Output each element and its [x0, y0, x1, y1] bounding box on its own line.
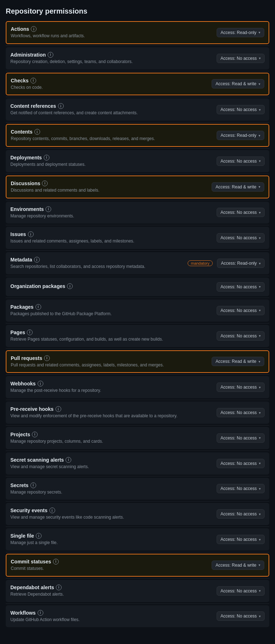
permission-name-label-pre-receive-hooks: Pre-receive hooks [10, 406, 54, 412]
divider-20 [6, 552, 269, 552]
permission-name-security-events: Security eventsi [10, 508, 211, 513]
permission-row-secret-scanning-alerts: Secret scanning alertsiView and manage s… [6, 452, 269, 475]
access-dropdown-content-references[interactable]: Access: No access▾ [217, 105, 265, 114]
info-icon-checks[interactable]: i [30, 78, 36, 83]
right-controls-security-events: Access: No access▾ [217, 509, 265, 519]
permission-desc-actions: Workflows, workflow runs and artifacts. [11, 33, 211, 39]
dropdown-arrow-single-file: ▾ [259, 538, 261, 542]
permission-desc-content-references: Get notified of content references, and … [10, 110, 211, 116]
info-icon-pre-receive-hooks[interactable]: i [56, 406, 61, 412]
info-icon-environments[interactable]: i [45, 206, 51, 212]
info-icon-discussions[interactable]: i [42, 181, 48, 186]
dropdown-arrow-secrets: ▾ [259, 487, 261, 491]
access-dropdown-pull-requests[interactable]: Access: Read & write▾ [212, 357, 264, 366]
permission-left-actions: ActionsiWorkflows, workflow runs and art… [11, 26, 217, 39]
divider-6 [6, 200, 269, 200]
divider-12 [6, 349, 269, 349]
info-icon-issues[interactable]: i [28, 231, 34, 237]
access-dropdown-secrets[interactable]: Access: No access▾ [217, 484, 265, 493]
access-dropdown-security-events[interactable]: Access: No access▾ [217, 509, 265, 519]
access-label-deployments: Access: No access [221, 159, 257, 164]
info-icon-contents[interactable]: i [34, 129, 40, 135]
access-dropdown-checks[interactable]: Access: Read & write▾ [212, 79, 264, 88]
info-icon-pages[interactable]: i [27, 330, 33, 335]
info-icon-projects[interactable]: i [32, 432, 38, 437]
permission-name-webhooks: Webhooksi [10, 381, 211, 386]
info-icon-organization-packages[interactable]: i [67, 283, 73, 289]
info-icon-webhooks[interactable]: i [38, 381, 43, 386]
info-icon-secrets[interactable]: i [30, 482, 36, 488]
right-controls-projects: Access: No access▾ [217, 433, 265, 443]
permission-name-label-administration: Administration [10, 52, 46, 58]
permission-name-label-single-file: Single file [10, 533, 34, 539]
permission-desc-packages: Packages published to the GitHub Package… [10, 311, 211, 317]
access-label-secrets: Access: No access [221, 486, 257, 491]
info-icon-commit-statuses[interactable]: i [53, 559, 59, 564]
info-icon-pull-requests[interactable]: i [44, 355, 50, 361]
access-dropdown-secret-scanning-alerts[interactable]: Access: No access▾ [217, 459, 265, 468]
info-icon-actions[interactable]: i [31, 26, 37, 32]
permission-name-organization-packages: Organization packagesi [10, 283, 211, 289]
access-dropdown-issues[interactable]: Access: No access▾ [217, 233, 265, 242]
info-icon-secret-scanning-alerts[interactable]: i [66, 457, 71, 463]
permission-desc-pre-receive-hooks: View and modify enforcement of the pre-r… [10, 413, 211, 419]
divider-7 [6, 225, 269, 225]
permission-left-pre-receive-hooks: Pre-receive hooksiView and modify enforc… [10, 406, 217, 419]
dropdown-arrow-dependabot-alerts: ▾ [259, 589, 261, 593]
info-icon-security-events[interactable]: i [49, 508, 55, 513]
permission-name-metadata: Metadatai [10, 257, 182, 263]
permission-row-projects: ProjectsiManage repository projects, col… [6, 427, 269, 449]
info-icon-dependabot-alerts[interactable]: i [56, 585, 62, 590]
access-dropdown-administration[interactable]: Access: No access▾ [217, 54, 265, 63]
divider-5 [6, 174, 269, 174]
permission-desc-metadata: Search repositories, list collaborators,… [10, 264, 182, 270]
permission-name-label-environments: Environments [10, 206, 44, 212]
access-dropdown-pre-receive-hooks[interactable]: Access: No access▾ [217, 408, 265, 417]
access-dropdown-dependabot-alerts[interactable]: Access: No access▾ [217, 586, 265, 596]
info-icon-deployments[interactable]: i [44, 155, 49, 160]
access-dropdown-actions[interactable]: Access: Read-only▾ [217, 28, 264, 37]
access-dropdown-deployments[interactable]: Access: No access▾ [217, 157, 265, 166]
permission-desc-environments: Manage repository environments. [10, 213, 211, 219]
info-icon-metadata[interactable]: i [34, 257, 40, 263]
right-controls-packages: Access: No access▾ [217, 306, 265, 315]
permission-name-label-webhooks: Webhooks [10, 381, 36, 386]
right-controls-administration: Access: No access▾ [217, 54, 265, 63]
access-label-actions: Access: Read-only [221, 30, 256, 35]
info-icon-administration[interactable]: i [48, 52, 53, 58]
right-controls-metadata: mandatoryAccess: Read-only▾ [188, 259, 265, 268]
right-controls-content-references: Access: No access▾ [217, 105, 265, 114]
permission-name-projects: Projectsi [10, 432, 211, 437]
info-icon-single-file[interactable]: i [36, 533, 42, 539]
info-icon-workflows[interactable]: i [38, 610, 43, 616]
permission-name-pages: Pagesi [10, 330, 211, 335]
permission-row-pages: PagesiRetrieve Pages statuses, configura… [6, 325, 269, 347]
access-dropdown-organization-packages[interactable]: Access: No access▾ [217, 282, 265, 292]
access-dropdown-single-file[interactable]: Access: No access▾ [217, 535, 265, 544]
access-dropdown-metadata[interactable]: Access: Read-only▾ [217, 259, 265, 268]
info-icon-content-references[interactable]: i [58, 103, 64, 109]
access-dropdown-packages[interactable]: Access: No access▾ [217, 306, 265, 315]
access-dropdown-contents[interactable]: Access: Read-only▾ [217, 131, 264, 140]
permission-desc-secret-scanning-alerts: View and manage secret scanning alerts. [10, 464, 211, 470]
permission-left-contents: ContentsiRepository contents, commits, b… [11, 129, 217, 142]
permission-desc-security-events: View and manage security events like cod… [10, 514, 211, 520]
info-icon-packages[interactable]: i [35, 304, 41, 310]
permission-row-dependabot-alerts: Dependabot alertsiRetrieve Dependabot al… [6, 580, 269, 602]
permission-name-label-pull-requests: Pull requests [11, 355, 42, 361]
access-dropdown-workflows[interactable]: Access: No access▾ [217, 611, 265, 621]
access-dropdown-projects[interactable]: Access: No access▾ [217, 433, 265, 443]
divider-0 [6, 45, 269, 46]
access-dropdown-commit-statuses[interactable]: Access: Read & write▾ [212, 561, 264, 570]
dropdown-arrow-environments: ▾ [259, 211, 261, 215]
access-dropdown-webhooks[interactable]: Access: No access▾ [217, 383, 265, 392]
access-label-metadata: Access: Read-only [221, 261, 257, 266]
permission-desc-secrets: Manage repository secrets. [10, 489, 211, 495]
permission-row-checks: ChecksiChecks on code.Access: Read & wri… [6, 73, 269, 96]
permission-row-single-file: Single fileiManage just a single file.Ac… [6, 528, 269, 551]
divider-9 [6, 276, 269, 276]
access-label-secret-scanning-alerts: Access: No access [221, 461, 257, 466]
access-dropdown-discussions[interactable]: Access: Read & write▾ [212, 182, 264, 192]
access-dropdown-environments[interactable]: Access: No access▾ [217, 208, 265, 217]
access-dropdown-pages[interactable]: Access: No access▾ [217, 331, 265, 341]
